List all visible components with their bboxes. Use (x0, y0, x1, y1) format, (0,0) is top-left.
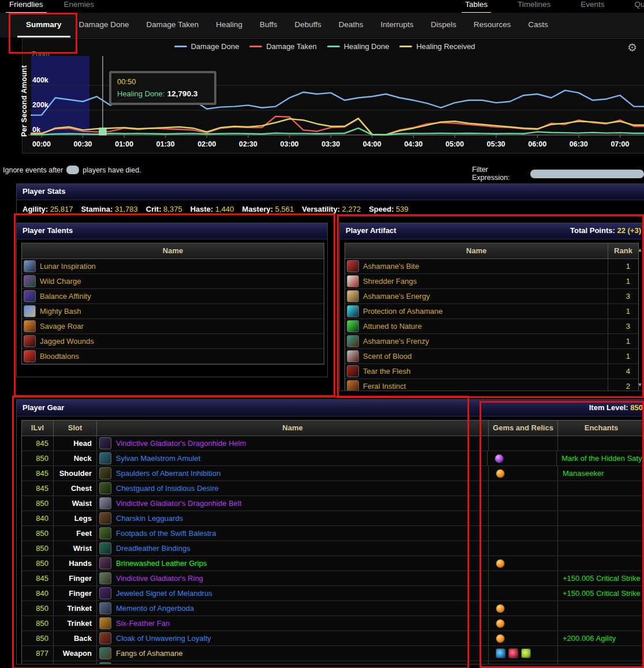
tab-casts[interactable]: Casts (519, 13, 557, 37)
ignore-events-count-input[interactable] (66, 166, 79, 174)
gear-row-shoulder-2[interactable]: 845ShoulderSpaulders of Aberrant Inhibit… (22, 466, 644, 481)
tab-damage-taken[interactable]: Damage Taken (138, 13, 208, 37)
gear-row-finger-10[interactable]: 840FingerJeweled Signet of Melandrus+150… (22, 586, 644, 601)
tab-damage-done[interactable]: Damage Done (70, 13, 138, 37)
talent-name-link[interactable]: Jagged Wounds (40, 337, 94, 346)
artifact-trait-name-link[interactable]: Ashamane's Bite (363, 262, 419, 271)
tab-debuffs[interactable]: Debuffs (286, 13, 330, 37)
artifact-trait-name-link[interactable]: Scent of Blood (363, 352, 412, 361)
talent-row-lunar-inspiration[interactable]: Lunar Inspiration (22, 259, 324, 274)
legend-item-healing-received[interactable]: Healing Received (399, 42, 475, 51)
gear-item-name-link[interactable]: Fangs of Ashamane (116, 649, 183, 658)
talent-name-link[interactable]: Lunar Inspiration (40, 262, 96, 271)
gear-row-feet-6[interactable]: 850FeetFootpads of the Swift Balestra (22, 526, 644, 541)
gear-item-name-link[interactable]: Dreadleather Bindings (116, 544, 190, 553)
top-nav-item-friendlies[interactable]: Friendlies (6, 0, 47, 13)
artifact-scrollbar-up-arrow[interactable]: ▲ (636, 246, 643, 253)
tab-summary[interactable]: Summary (17, 13, 70, 37)
filter-expression-input[interactable] (530, 170, 644, 178)
artifact-trait-name-link[interactable]: Attuned to Nature (363, 322, 422, 331)
gear-row-hands-8[interactable]: 850HandsBrinewashed Leather Grips (22, 556, 644, 571)
artifact-row-shredder-fangs[interactable]: Shredder Fangs1 (345, 274, 638, 289)
gear-item-name-link[interactable]: Vindictive Gladiator's Ring (116, 574, 203, 583)
artifact-trait-name-link[interactable]: Shredder Fangs (363, 277, 417, 286)
gear-item-name-link[interactable]: Chestguard of Insidious Desire (116, 484, 219, 493)
artifact-scrollbar-down-arrow[interactable]: ▼ (636, 381, 643, 388)
top-nav-item-timelines[interactable]: Timelines (514, 0, 554, 13)
gear-row-waist-4[interactable]: 850WaistVindictive Gladiator's Dragonhid… (22, 496, 644, 511)
gem-orange-icon[interactable] (496, 559, 505, 568)
gear-row-chest-3[interactable]: 845ChestChestguard of Insidious Desire (22, 481, 644, 496)
artifact-row-ashamane-s-bite[interactable]: Ashamane's Bite1 (345, 259, 638, 274)
top-nav-item-events[interactable]: Events (577, 0, 608, 13)
top-nav-item-tables[interactable]: Tables (462, 0, 491, 13)
legend-item-damage-taken[interactable]: Damage Taken (249, 42, 316, 51)
talent-name-link[interactable]: Mighty Bash (40, 307, 81, 316)
gear-row-off-hand-15[interactable]: 877Off-HandFangs of Ashamane (22, 661, 644, 665)
gear-row-legs-5[interactable]: 840LegsCharskin Legguards (22, 511, 644, 526)
gear-row-trinket-12[interactable]: 850TrinketSix-Feather Fan (22, 616, 644, 631)
gear-item-name-link[interactable]: Fangs of Ashamane (116, 664, 183, 665)
artifact-trait-name-link[interactable]: Protection of Ashamane (363, 307, 443, 316)
gear-row-trinket-11[interactable]: 850TrinketMemento of Angerboda (22, 601, 644, 616)
gear-row-wrist-7[interactable]: 850WristDreadleather Bindings (22, 541, 644, 556)
talent-name-link[interactable]: Savage Roar (40, 322, 84, 331)
gear-item-name-link[interactable]: Footpads of the Swift Balestra (116, 529, 216, 538)
gem-orange-icon[interactable] (496, 604, 505, 613)
talent-row-wild-charge[interactable]: Wild Charge (22, 274, 324, 289)
gear-row-finger-9[interactable]: 845FingerVindictive Gladiator's Ring+150… (22, 571, 644, 586)
gear-item-name-link[interactable]: Vindictive Gladiator's Dragonhide Belt (116, 499, 242, 508)
gear-row-back-13[interactable]: 850BackCloak of Unwavering Loyalty+200.0… (22, 631, 644, 646)
talent-row-balance-affinity[interactable]: Balance Affinity (22, 289, 324, 304)
artifact-trait-name-link[interactable]: Feral Instinct (363, 382, 406, 391)
gear-item-name-link[interactable]: Memento of Angerboda (116, 604, 194, 613)
tab-dispels[interactable]: Dispels (422, 13, 465, 37)
artifact-row-feral-instinct[interactable]: Feral Instinct2 (345, 379, 638, 391)
top-nav-item-queries[interactable]: Queries (631, 0, 644, 13)
gem-orange-icon[interactable] (496, 634, 505, 643)
talent-row-jagged-wounds[interactable]: Jagged Wounds (22, 334, 324, 349)
gear-item-icon-jeweled-signet-of-melandrus (99, 587, 111, 599)
artifact-row-ashamane-s-frenzy[interactable]: Ashamane's Frenzy1 (345, 334, 638, 349)
gear-row-head-0[interactable]: 845HeadVindictive Gladiator's Dragonhide… (22, 436, 644, 451)
gear-item-name-link[interactable]: Vindictive Gladiator's Dragonhide Helm (116, 439, 246, 448)
artifact-row-tear-the-flesh[interactable]: Tear the Flesh4 (345, 364, 638, 379)
artifact-row-protection-of-ashamane[interactable]: Protection of Ashamane1 (345, 304, 638, 319)
gear-item-name-link[interactable]: Six-Feather Fan (116, 619, 170, 628)
tab-resources[interactable]: Resources (465, 13, 520, 37)
artifact-trait-name-link[interactable]: Ashamane's Energy (363, 292, 430, 301)
tab-healing[interactable]: Healing (207, 13, 251, 37)
gear-item-name-link[interactable]: Spaulders of Aberrant Inhibition (116, 469, 220, 478)
talent-row-savage-roar[interactable]: Savage Roar (22, 319, 324, 334)
top-nav-item-enemies[interactable]: Enemies (61, 0, 98, 13)
gem-orange-icon[interactable] (496, 469, 505, 478)
gear-item-name-link[interactable]: Jeweled Signet of Melandrus (116, 589, 212, 598)
artifact-row-ashamane-s-energy[interactable]: Ashamane's Energy3 (345, 289, 638, 304)
talent-name-link[interactable]: Wild Charge (40, 277, 81, 286)
talent-row-bloodtalons[interactable]: Bloodtalons (22, 349, 324, 364)
relic-green-icon[interactable] (521, 648, 531, 658)
chart-settings-gear-icon[interactable]: ⚙ (627, 42, 637, 53)
gear-row-weapon-14[interactable]: 877WeaponFangs of Ashamane (22, 646, 644, 661)
legend-item-damage-done[interactable]: Damage Done (174, 42, 239, 51)
artifact-row-attuned-to-nature[interactable]: Attuned to Nature3 (345, 319, 638, 334)
tab-deaths[interactable]: Deaths (330, 13, 372, 37)
gear-item-name-link[interactable]: Cloak of Unwavering Loyalty (116, 634, 211, 643)
gem-purple-icon[interactable] (495, 454, 504, 463)
gear-item-name-link[interactable]: Charskin Legguards (116, 514, 183, 523)
gear-item-name-link[interactable]: Sylvan Maelstrom Amulet (116, 454, 201, 463)
tab-buffs[interactable]: Buffs (251, 13, 286, 37)
talent-row-mighty-bash[interactable]: Mighty Bash (22, 304, 324, 319)
gear-row-neck-1[interactable]: 850NeckSylvan Maelstrom AmuletMark of th… (22, 451, 644, 466)
relic-red-icon[interactable] (508, 648, 518, 658)
artifact-row-scent-of-blood[interactable]: Scent of Blood1 (345, 349, 638, 364)
talent-name-link[interactable]: Bloodtalons (40, 352, 79, 361)
legend-item-healing-done[interactable]: Healing Done (327, 42, 390, 51)
relic-blue-icon[interactable] (496, 648, 506, 658)
gem-orange-icon[interactable] (496, 619, 505, 628)
artifact-trait-name-link[interactable]: Tear the Flesh (363, 367, 410, 376)
talent-name-link[interactable]: Balance Affinity (40, 292, 91, 301)
tab-interrupts[interactable]: Interrupts (372, 13, 422, 37)
gear-item-name-link[interactable]: Brinewashed Leather Grips (116, 559, 207, 568)
artifact-trait-name-link[interactable]: Ashamane's Frenzy (363, 337, 429, 346)
